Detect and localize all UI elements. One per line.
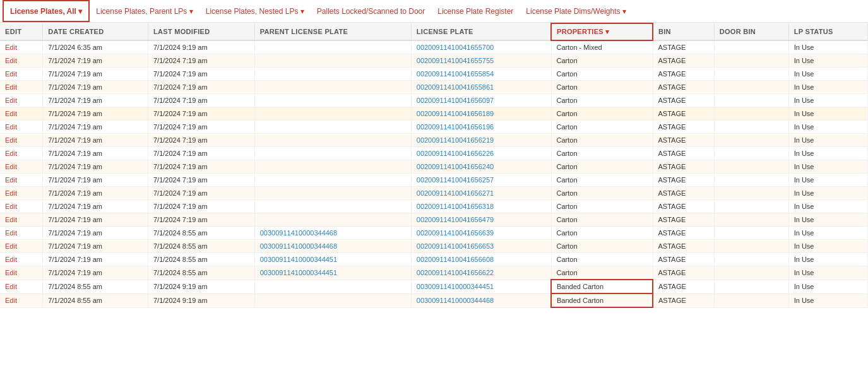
lp-link[interactable]: 00300911410000344468 (417, 297, 494, 304)
lp-cell: 00200911410041656226 (411, 147, 551, 160)
edit-link[interactable]: Edit (5, 163, 17, 170)
lp-link[interactable]: 00200911410041656318 (417, 203, 494, 210)
edit-cell: Edit (0, 266, 43, 280)
edit-cell: Edit (0, 40, 43, 54)
edit-cell: Edit (0, 68, 43, 81)
edit-link[interactable]: Edit (5, 216, 17, 223)
bin-cell: ASTAGE (653, 293, 714, 307)
edit-link[interactable]: Edit (5, 189, 17, 197)
edit-link[interactable]: Edit (5, 123, 17, 131)
lp-link[interactable]: 00200911410041656240 (417, 163, 494, 170)
last-modified-cell: 7/1/2024 7:19 am (148, 81, 254, 94)
lp-link[interactable]: 00200911410041656097 (417, 97, 494, 104)
bin-cell: ASTAGE (653, 94, 714, 107)
lp-link[interactable]: 00200911410041656189 (417, 110, 494, 117)
edit-link[interactable]: Edit (5, 70, 17, 78)
last-modified-cell: 7/1/2024 7:19 am (148, 147, 254, 160)
lp-cell: 00200911410041655854 (411, 68, 551, 81)
nav-item-all[interactable]: License Plates, All ▾ (3, 0, 90, 22)
nav-item-register[interactable]: License Plate Register (431, 0, 520, 22)
bin-cell: ASTAGE (653, 213, 714, 227)
door-bin-cell (714, 81, 788, 94)
col-header-properties[interactable]: PROPERTIES ▾ (551, 23, 653, 40)
properties-cell: Banded Carton (551, 293, 653, 307)
table-row: Edit7/1/2024 7:19 am7/1/2024 7:19 am0020… (0, 134, 868, 147)
parent-lp-link[interactable]: 00300911410000344468 (260, 229, 337, 237)
lp-link[interactable]: 00200911410041656653 (417, 242, 494, 250)
edit-link[interactable]: Edit (5, 44, 17, 51)
edit-link[interactable]: Edit (5, 176, 17, 184)
last-modified-cell: 7/1/2024 7:19 am (148, 213, 254, 227)
properties-cell: Carton (551, 81, 653, 94)
edit-link[interactable]: Edit (5, 150, 17, 157)
nav-item-parent[interactable]: License Plates, Parent LPs ▾ (90, 0, 199, 22)
edit-link[interactable]: Edit (5, 269, 17, 276)
lp-link[interactable]: 00200911410041656196 (417, 123, 494, 131)
lp-link[interactable]: 00200911410041655854 (417, 70, 494, 78)
edit-link[interactable]: Edit (5, 83, 17, 91)
properties-cell: Carton (551, 253, 653, 266)
lp-link[interactable]: 00200911410041656271 (417, 189, 494, 197)
parent-lp-link[interactable]: 00300911410000344468 (260, 242, 337, 250)
table-row: Edit7/1/2024 7:19 am7/1/2024 7:19 am0020… (0, 200, 868, 213)
lp-link[interactable]: 00200911410041655700 (417, 44, 494, 51)
lp-link[interactable]: 00200911410041655861 (417, 83, 494, 91)
col-header-parent_lp: PARENT LICENSE PLATE (254, 23, 411, 40)
lp-link[interactable]: 00200911410041655755 (417, 57, 494, 64)
door-bin-cell (714, 174, 788, 187)
parent-lp-cell (254, 68, 411, 81)
edit-link[interactable]: Edit (5, 242, 17, 250)
lp-status-cell: In Use (788, 213, 867, 227)
edit-link[interactable]: Edit (5, 283, 17, 290)
date-created-cell: 7/1/2024 7:19 am (43, 227, 148, 240)
lp-link[interactable]: 00200911410041656219 (417, 136, 494, 144)
lp-status-cell: In Use (788, 68, 867, 81)
nav-item-pallets[interactable]: Pallets Locked/Scanned to Door (311, 0, 431, 22)
edit-link[interactable]: Edit (5, 97, 17, 104)
edit-link[interactable]: Edit (5, 297, 17, 304)
lp-link[interactable]: 00300911410000344451 (417, 283, 494, 290)
bin-cell: ASTAGE (653, 40, 714, 54)
table-row: Edit7/1/2024 7:19 am7/1/2024 8:55 am0030… (0, 253, 868, 266)
edit-cell: Edit (0, 121, 43, 134)
lp-link[interactable]: 00200911410041656226 (417, 150, 494, 157)
last-modified-cell: 7/1/2024 7:19 am (148, 68, 254, 81)
edit-link[interactable]: Edit (5, 229, 17, 237)
lp-link[interactable]: 00200911410041656639 (417, 229, 494, 237)
lp-link[interactable]: 00200911410041656479 (417, 216, 494, 223)
lp-status-cell: In Use (788, 81, 867, 94)
date-created-cell: 7/1/2024 7:19 am (43, 94, 148, 107)
lp-cell: 00300911410000344451 (411, 280, 551, 293)
parent-lp-cell: 00300911410000344468 (254, 240, 411, 253)
lp-link[interactable]: 00200911410041656257 (417, 176, 494, 184)
door-bin-cell (714, 253, 788, 266)
lp-cell: 00200911410041656639 (411, 227, 551, 240)
edit-link[interactable]: Edit (5, 203, 17, 210)
table-row: Edit7/1/2024 7:19 am7/1/2024 8:55 am0030… (0, 266, 868, 280)
date-created-cell: 7/1/2024 6:35 am (43, 40, 148, 54)
parent-lp-cell: 00300911410000344451 (254, 266, 411, 280)
lp-cell: 00200911410041656219 (411, 134, 551, 147)
edit-link[interactable]: Edit (5, 136, 17, 144)
bin-cell: ASTAGE (653, 54, 714, 68)
parent-lp-cell (254, 187, 411, 200)
table-row: Edit7/1/2024 7:19 am7/1/2024 7:19 am0020… (0, 213, 868, 227)
lp-cell: 00200911410041655700 (411, 40, 551, 54)
properties-cell: Banded Carton (551, 280, 653, 293)
edit-link[interactable]: Edit (5, 57, 17, 64)
last-modified-cell: 7/1/2024 7:19 am (148, 134, 254, 147)
last-modified-cell: 7/1/2024 7:19 am (148, 174, 254, 187)
bin-cell: ASTAGE (653, 280, 714, 293)
lp-link[interactable]: 00200911410041656608 (417, 256, 494, 263)
nav-item-nested[interactable]: License Plates, Nested LPs ▾ (199, 0, 311, 22)
nav-item-dims[interactable]: License Plate Dims/Weights ▾ (520, 0, 633, 22)
lp-link[interactable]: 00200911410041656622 (417, 269, 494, 276)
parent-lp-link[interactable]: 00300911410000344451 (260, 256, 337, 263)
col-header-edit: EDIT (0, 23, 43, 40)
edit-link[interactable]: Edit (5, 256, 17, 263)
parent-lp-cell (254, 94, 411, 107)
parent-lp-link[interactable]: 00300911410000344451 (260, 269, 337, 276)
date-created-cell: 7/1/2024 7:19 am (43, 54, 148, 68)
edit-link[interactable]: Edit (5, 110, 17, 117)
last-modified-cell: 7/1/2024 9:19 am (148, 280, 254, 293)
